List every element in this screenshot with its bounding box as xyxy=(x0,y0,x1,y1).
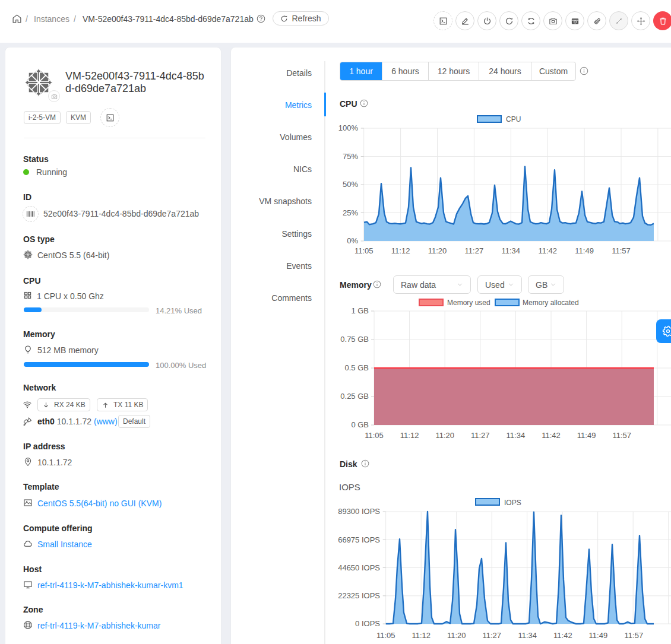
svg-text:11:49: 11:49 xyxy=(577,431,596,440)
svg-text:0%: 0% xyxy=(347,236,358,245)
svg-text:25%: 25% xyxy=(343,208,358,217)
svg-text:75%: 75% xyxy=(343,152,358,161)
svg-text:100%: 100% xyxy=(338,123,359,132)
svg-text:11:05: 11:05 xyxy=(376,631,395,640)
svg-text:11:20: 11:20 xyxy=(428,246,447,255)
svg-text:11:27: 11:27 xyxy=(483,631,502,640)
svg-text:50%: 50% xyxy=(343,180,358,189)
svg-text:89300 IOPS: 89300 IOPS xyxy=(338,507,380,516)
svg-text:0 IOPS: 0 IOPS xyxy=(355,619,380,628)
svg-text:66975 IOPS: 66975 IOPS xyxy=(338,535,380,544)
svg-text:0.75 GB: 0.75 GB xyxy=(340,335,369,344)
svg-text:11:34: 11:34 xyxy=(518,631,537,640)
svg-text:11:20: 11:20 xyxy=(447,631,466,640)
svg-text:11:05: 11:05 xyxy=(365,431,384,440)
svg-text:11:57: 11:57 xyxy=(612,431,631,440)
svg-text:22325 IOPS: 22325 IOPS xyxy=(338,591,380,600)
svg-text:11:27: 11:27 xyxy=(471,431,490,440)
svg-text:11:49: 11:49 xyxy=(589,631,608,640)
svg-text:11:57: 11:57 xyxy=(612,246,631,255)
svg-text:11:34: 11:34 xyxy=(502,246,521,255)
svg-text:11:57: 11:57 xyxy=(625,631,644,640)
svg-text:0.25 GB: 0.25 GB xyxy=(340,392,369,401)
svg-text:11:34: 11:34 xyxy=(507,431,526,440)
svg-text:0 GB: 0 GB xyxy=(351,420,369,429)
svg-text:11:05: 11:05 xyxy=(355,246,374,255)
svg-text:0.5 GB: 0.5 GB xyxy=(345,363,369,372)
svg-text:11:42: 11:42 xyxy=(553,631,572,640)
svg-text:11:27: 11:27 xyxy=(465,246,484,255)
svg-text:11:20: 11:20 xyxy=(435,431,454,440)
svg-text:11:12: 11:12 xyxy=(412,631,431,640)
svg-text:11:49: 11:49 xyxy=(575,246,594,255)
svg-text:11:12: 11:12 xyxy=(400,431,419,440)
svg-text:11:42: 11:42 xyxy=(542,431,561,440)
svg-text:1 GB: 1 GB xyxy=(351,306,369,315)
svg-text:11:12: 11:12 xyxy=(391,246,410,255)
svg-text:44650 IOPS: 44650 IOPS xyxy=(338,563,380,572)
svg-text:11:42: 11:42 xyxy=(538,246,557,255)
